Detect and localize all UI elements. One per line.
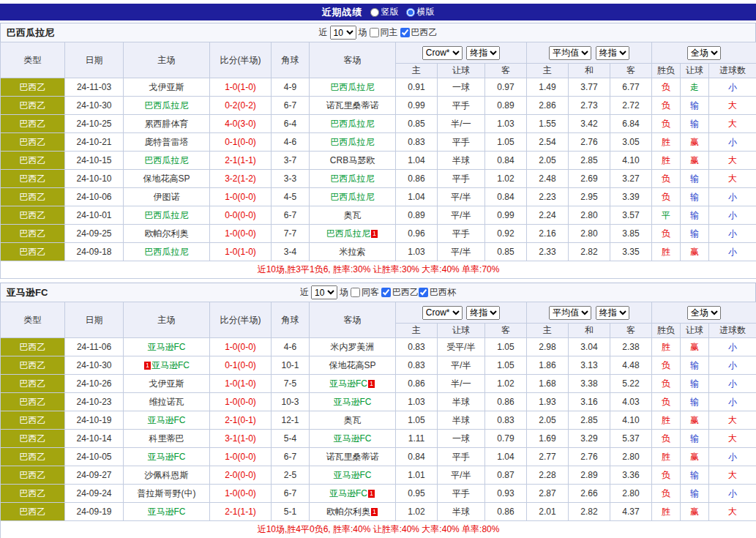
asia-final-select[interactable]: 终指 (466, 306, 500, 320)
asia-home-odds-cell: 1.05 (396, 411, 438, 430)
euro-source-select[interactable]: 平均值 (549, 306, 591, 320)
home-team-link[interactable]: 保地花高SP (143, 173, 190, 184)
euro-away-odds-cell: 6.77 (610, 78, 652, 97)
away-team-cell: 保地花高SP (310, 356, 396, 375)
fulltime-scope-select[interactable]: 全场 (687, 46, 721, 60)
fulltime-scope-select[interactable]: 全场 (687, 306, 721, 320)
euro-away-odds-cell: 4.10 (610, 411, 652, 430)
league-checkbox[interactable] (419, 288, 428, 297)
away-team-cell: 米内罗美洲 (310, 338, 396, 356)
away-team-link[interactable]: 巴西瓜拉尼 (331, 82, 375, 92)
away-team-link[interactable]: 诺瓦里桑蒂诺 (326, 100, 379, 111)
euro-away-odds-cell: 3.57 (610, 206, 652, 225)
home-team-link[interactable]: 亚马逊FC (148, 415, 186, 425)
home-team-link[interactable]: 累西腓体育 (145, 119, 189, 129)
asia-source-select[interactable]: Crow* (422, 46, 463, 60)
euro-away-odds-cell: 2.80 (610, 448, 652, 466)
home-team-link[interactable]: 亚马逊FC (148, 452, 186, 462)
vertical-layout-radio[interactable] (370, 8, 379, 17)
away-team-link[interactable]: 巴西瓜拉尼 (331, 137, 375, 147)
away-team-link[interactable]: 奥瓦 (344, 415, 362, 425)
away-team-link[interactable]: 亚马逊FC (329, 488, 367, 498)
euro-away-odds-cell: 4.03 (610, 393, 652, 411)
home-team-link[interactable]: 伊图诺 (154, 192, 180, 202)
red-card-badge: 1 (371, 508, 378, 516)
home-team-link[interactable]: 庞特普雷塔 (145, 137, 189, 147)
corner-cell: 4-5 (272, 188, 310, 206)
home-team-link[interactable]: 沙佩科恩斯 (145, 470, 189, 480)
corner-cell: 3-7 (272, 152, 310, 170)
same-venue-filter[interactable]: 同主 (370, 26, 398, 39)
match-row: 巴西乙24-10-05亚马逊FC1-0(0-0)6-7诺瓦里桑蒂诺0.84平手1… (1, 448, 756, 466)
away-team-link[interactable]: 保地花高SP (329, 360, 375, 370)
away-team-link[interactable]: 巴西瓜拉尼 (331, 192, 375, 202)
home-team-link[interactable]: 巴西瓜拉尼 (145, 155, 189, 165)
home-team-link[interactable]: 巴西瓜拉尼 (145, 247, 189, 257)
home-team-link[interactable]: 亚马逊FC (148, 507, 186, 517)
league-filter[interactable]: 巴西乙 (400, 26, 438, 39)
away-team-link[interactable]: 巴西瓜拉尼 (331, 119, 375, 129)
home-team-link[interactable]: 亚马逊FC (148, 342, 186, 352)
league-checkbox[interactable] (400, 28, 410, 37)
match-count-select[interactable]: 10 (311, 285, 337, 299)
home-team-link[interactable]: 欧帕尔利奥 (145, 228, 189, 239)
league-checkbox-label: 巴西乙 (392, 286, 419, 299)
corner-cell: 6-7 (272, 97, 310, 115)
corner-cell: 7-7 (272, 225, 310, 243)
score-cell: 1-0(0-0) (210, 338, 272, 356)
date-cell: 24-09-24 (65, 485, 124, 503)
away-team-link[interactable]: 亚马逊FC (334, 397, 372, 407)
col-wdl-header: 胜负 (652, 324, 681, 338)
same-venue-checkbox[interactable] (370, 28, 379, 37)
away-team-link[interactable]: 米拉索 (340, 247, 366, 257)
home-team-link[interactable]: 维拉诺瓦 (149, 397, 184, 407)
home-team-cell: 庞特普雷塔 (124, 133, 210, 152)
league-checkbox[interactable] (381, 288, 391, 297)
asia-away-odds-cell: 1.03 (485, 115, 527, 133)
away-team-link[interactable]: 欧帕尔利奥 (326, 507, 370, 517)
asia-final-select[interactable]: 终指 (466, 46, 500, 60)
away-team-link[interactable]: 奥瓦 (344, 210, 362, 220)
euro-away-odds-cell: 2.38 (610, 338, 652, 356)
col-asia-away-header: 客 (485, 324, 527, 338)
away-team-link[interactable]: 巴西瓜拉尼 (326, 228, 370, 239)
away-team-link[interactable]: 米内罗美洲 (331, 342, 375, 352)
league-filter[interactable]: 巴西杯 (419, 286, 456, 299)
asia-source-select[interactable]: Crow* (422, 306, 463, 320)
league-filter[interactable]: 巴西乙 (381, 286, 419, 299)
away-team-link[interactable]: 诺瓦里桑蒂诺 (326, 452, 379, 462)
home-team-link[interactable]: 戈伊亚斯 (149, 82, 184, 92)
red-card-badge: 1 (368, 380, 375, 388)
result-handicap-cell: 输 (681, 485, 709, 503)
home-team-link[interactable]: 普拉斯哥野(中) (138, 488, 196, 498)
horizontal-layout-radio[interactable] (406, 8, 415, 17)
same-venue-checkbox[interactable] (351, 288, 360, 297)
home-team-link[interactable]: 亚马逊FC (151, 360, 190, 370)
match-count-select[interactable]: 10 (330, 26, 356, 40)
euro-final-select[interactable]: 终指 (596, 306, 629, 320)
euro-source-select[interactable]: 平均值 (549, 46, 591, 60)
date-cell: 24-10-01 (65, 206, 124, 225)
result-handicap-cell: 输 (681, 225, 709, 243)
result-wdl-cell: 胜 (652, 338, 681, 356)
away-team-link[interactable]: 亚马逊FC (334, 470, 372, 480)
col-wdl-header: 胜负 (652, 64, 681, 78)
euro-final-select[interactable]: 终指 (596, 46, 629, 60)
away-team-link[interactable]: 巴西瓜拉尼 (331, 173, 375, 184)
away-team-link[interactable]: 亚马逊FC (329, 378, 367, 389)
layout-option-vertical[interactable]: 竖版 (370, 6, 399, 18)
home-team-link[interactable]: 巴西瓜拉尼 (145, 210, 189, 220)
result-goals-cell: 大 (709, 97, 756, 115)
away-team-link[interactable]: 亚马逊FC (334, 433, 372, 444)
away-team-link[interactable]: CRB马瑟欧 (330, 155, 375, 165)
result-wdl-cell: 胜 (652, 411, 681, 430)
section-header: 巴西瓜拉尼 近 10 场 同主 巴西乙 (0, 23, 756, 42)
home-team-link[interactable]: 戈伊亚斯 (149, 378, 184, 389)
horizontal-layout-label: 横版 (417, 6, 435, 18)
home-team-link[interactable]: 科里蒂巴 (149, 433, 184, 444)
home-team-link[interactable]: 巴西瓜拉尼 (145, 100, 189, 111)
col-score-header: 比分(半场) (210, 42, 272, 78)
layout-option-horizontal[interactable]: 横版 (406, 6, 435, 18)
asia-handicap-cell: 平/半 (438, 206, 485, 225)
same-venue-filter[interactable]: 同客 (351, 286, 379, 299)
